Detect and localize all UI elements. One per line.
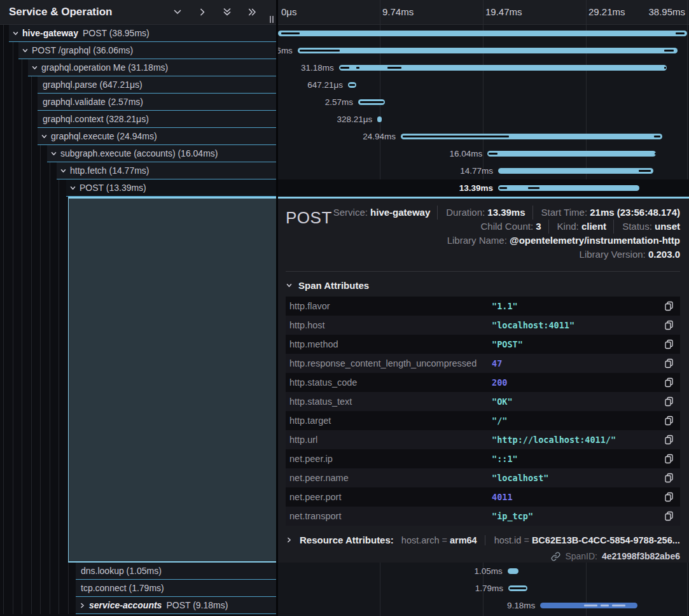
meta-label: Child Count: [481,221,536,232]
attribute-key: http.status_text [289,396,492,407]
timeline-span-row[interactable]: 1.79ms [278,580,689,597]
span-duration-bar[interactable] [498,185,639,191]
timeline-span-row[interactable]: 38.95ms [278,25,689,42]
span-operation-label: POST (38.95ms) [83,28,150,38]
chevron-down-icon[interactable] [66,185,80,192]
timeline-span-row[interactable]: 9.18ms [278,597,689,614]
span-duration-bar[interactable] [278,31,687,36]
copy-icon[interactable] [664,416,674,426]
timeline-span-row[interactable]: 14.77ms [278,162,689,179]
tree-span-row[interactable]: hive-gatewayPOST (38.95ms) [0,25,276,42]
panel-resize-handle[interactable] [270,16,274,23]
attribute-row: http.host"localhost:4011" [286,316,680,335]
chevron-down-icon[interactable] [38,133,51,140]
tree-span-row[interactable]: dns.lookup (1.05ms) [0,563,276,580]
meta-value: client [581,221,606,232]
attribute-value: "localhost" [492,473,664,483]
copy-icon[interactable] [664,473,674,483]
attribute-value: "::1" [492,454,664,464]
chevron-down-icon[interactable] [57,167,70,174]
tree-span-row-content: graphql.execute (24.94ms) [38,128,276,145]
chevron-down-icon[interactable] [9,30,22,37]
span-duration-bar[interactable] [401,134,663,139]
tree-span-row[interactable]: graphql.operation Me (31.18ms) [0,59,276,76]
span-id-label: SpanID: [565,551,597,561]
timeline-track: 31.18ms [278,59,687,76]
service-operation-panel: Service & Operation hive-gatewayPOST (38… [0,0,276,616]
resource-attributes-toggle[interactable]: Resource Attributes: host.arch=arm64host… [286,535,680,545]
copy-icon[interactable] [664,301,674,311]
chevron-right-icon[interactable] [76,602,89,609]
tree-span-row[interactable]: graphql.parse (647.21μs) [0,76,276,94]
tree-span-row[interactable]: graphql.context (328.21μs) [0,111,276,128]
span-attributes-toggle[interactable]: Span Attributes [286,280,680,291]
attribute-value: 200 [492,377,664,388]
tree-span-row-content: subgraph.execute (accounts) (16.04ms) [47,145,276,162]
child-span-marker [664,50,673,51]
tree-span-row[interactable]: graphql.validate (2.57ms) [0,94,276,111]
meta-label: Service: [333,207,370,218]
meta-label: Duration: [446,207,487,218]
span-duration-bar[interactable] [348,82,356,88]
chevron-down-icon[interactable] [28,64,41,71]
span-operation-label: http.fetch (14.77ms) [70,165,150,176]
span-duration-label: 1.05ms [474,566,502,576]
copy-icon[interactable] [664,339,674,349]
copy-icon[interactable] [664,358,674,368]
tree-span-row[interactable]: subgraph.execute (accounts) (16.04ms) [0,145,276,162]
attribute-row: http.url"http://localhost:4011/" [286,430,680,449]
span-duration-label: 14.77ms [460,166,493,176]
copy-icon[interactable] [664,454,674,464]
attribute-row: net.peer.ip"::1" [286,449,680,468]
chevron-down-icon[interactable] [18,47,32,54]
attribute-row: net.peer.port4011 [286,487,680,507]
timeline-span-row[interactable]: 36.06ms [278,42,689,59]
span-duration-bar[interactable] [377,116,381,122]
span-duration-bar[interactable] [339,65,667,71]
span-duration-bar[interactable] [298,48,678,53]
tree-span-row[interactable]: http.fetch (14.77ms) [0,162,276,179]
link-icon[interactable] [551,552,560,561]
span-meta-item: Status: unset [613,220,680,234]
child-span-marker [349,84,355,85]
span-tree-children: dns.lookup (1.05ms)tcp.connect (1.79ms)s… [0,563,276,616]
span-duration-bar[interactable] [498,168,653,174]
timeline-track: 38.95ms [278,25,687,42]
span-duration-bar[interactable] [487,151,656,157]
tree-span-row[interactable]: POST /graphql (36.06ms) [0,42,276,59]
timeline-ruler: 0μs9.74ms19.47ms29.21ms38.95ms [278,0,689,25]
span-duration-bar[interactable] [358,99,385,105]
span-duration-bar[interactable] [540,603,637,608]
timeline-span-row[interactable]: 24.94ms [278,128,689,145]
resource-attribute-pair: host.id=BC62E13B-C4CC-5854-9788-256... [485,535,680,545]
tree-span-row[interactable]: service-accountsPOST (9.18ms) [0,597,276,614]
timeline-span-row[interactable]: 1.05ms [278,563,689,580]
child-span-marker [360,101,384,102]
timeline-span-row[interactable]: 16.04ms [278,145,689,162]
span-duration-bar[interactable] [508,585,527,591]
timeline-span-row[interactable]: 31.18ms [278,59,689,76]
copy-icon[interactable] [664,396,674,407]
copy-icon[interactable] [664,377,674,388]
copy-icon[interactable] [664,511,674,521]
tree-span-row[interactable]: POST (13.39ms) [0,179,276,197]
chevron-down-icon[interactable] [47,150,60,157]
tree-span-row[interactable]: tcp.connect (1.79ms) [0,580,276,597]
chevron-right-icon[interactable] [197,7,207,17]
copy-icon[interactable] [664,492,674,502]
timeline-span-row[interactable]: 2.57ms [278,94,689,111]
double-chevron-right-icon[interactable] [247,7,257,17]
chevron-down-icon[interactable] [172,7,183,17]
timeline-span-row[interactable]: 328.21μs [278,111,689,128]
double-chevron-down-icon[interactable] [222,7,232,17]
timeline-span-row[interactable]: 13.39ms [278,179,689,197]
tree-span-row[interactable]: graphql.execute (24.94ms) [0,128,276,145]
timeline-track: 647.21μs [278,76,687,94]
meta-label: Library Version: [580,249,648,260]
copy-icon[interactable] [664,320,674,330]
child-span-marker [676,32,685,34]
timeline-span-row[interactable]: 647.21μs [278,76,689,94]
copy-icon[interactable] [664,435,674,445]
child-span-marker [510,587,525,589]
span-duration-bar[interactable] [508,568,518,574]
